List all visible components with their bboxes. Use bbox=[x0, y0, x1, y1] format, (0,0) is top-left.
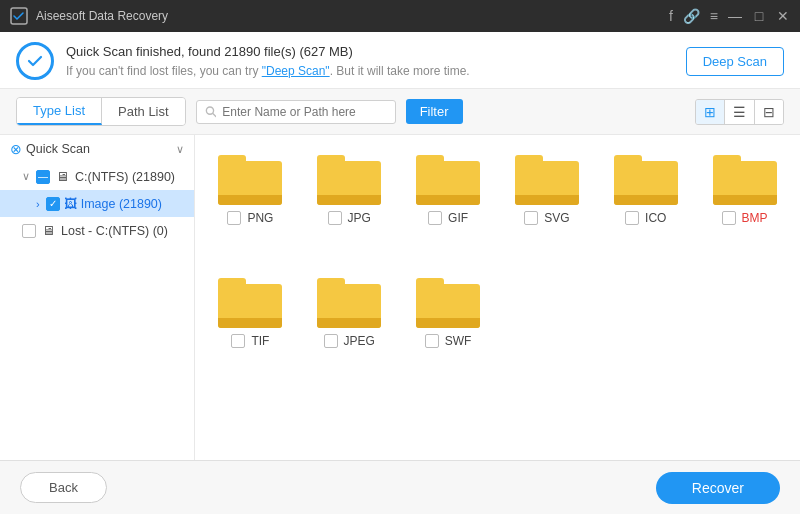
check-circle bbox=[16, 42, 54, 80]
lost-checkbox[interactable] bbox=[22, 224, 36, 238]
c-drive-checkbox[interactable]: — bbox=[36, 170, 50, 184]
tab-type-list[interactable]: Type List bbox=[17, 98, 102, 125]
file-label: BMP bbox=[742, 211, 768, 225]
tab-path-list[interactable]: Path List bbox=[102, 98, 185, 125]
folder-icon bbox=[614, 151, 678, 205]
sidebar: ⊗ Quick Scan ∨ ∨ — 🖥 C:(NTFS) (21890) › … bbox=[0, 135, 195, 460]
file-checkbox-row: BMP bbox=[722, 211, 768, 225]
folder-icon bbox=[317, 274, 381, 328]
folder-icon bbox=[218, 274, 282, 328]
file-checkbox[interactable] bbox=[328, 211, 342, 225]
c-drive-label: C:(NTFS) (21890) bbox=[75, 170, 175, 184]
file-item-jpeg[interactable]: JPEG bbox=[304, 274, 395, 389]
file-label: TIF bbox=[251, 334, 269, 348]
app-icon bbox=[10, 7, 28, 25]
status-text: Quick Scan finished, found 21890 file(s)… bbox=[66, 42, 470, 80]
file-checkbox[interactable] bbox=[425, 334, 439, 348]
file-checkbox-row: JPEG bbox=[324, 334, 375, 348]
sidebar-item-c-drive[interactable]: ∨ — 🖥 C:(NTFS) (21890) bbox=[0, 163, 194, 190]
file-item-png[interactable]: PNG bbox=[205, 151, 296, 266]
close-button[interactable]: ✕ bbox=[776, 9, 790, 23]
list-view-button[interactable]: ☰ bbox=[725, 100, 755, 124]
file-checkbox[interactable] bbox=[722, 211, 736, 225]
file-checkbox-row: PNG bbox=[227, 211, 273, 225]
svg-point-1 bbox=[206, 107, 213, 114]
blocked-icon: ⊗ bbox=[10, 141, 22, 157]
image-checkbox[interactable]: ✓ bbox=[46, 197, 60, 211]
scan-result-title: Quick Scan finished, found 21890 file(s)… bbox=[66, 42, 470, 62]
bottom-bar: Back Recover bbox=[0, 460, 800, 514]
file-checkbox[interactable] bbox=[524, 211, 538, 225]
file-label: SVG bbox=[544, 211, 569, 225]
search-icon bbox=[205, 105, 217, 118]
app-title: Aiseesoft Data Recovery bbox=[36, 9, 669, 23]
recover-button[interactable]: Recover bbox=[656, 472, 780, 504]
quick-scan-label: Quick Scan bbox=[26, 142, 172, 156]
facebook-icon[interactable]: f bbox=[669, 8, 673, 24]
search-input[interactable] bbox=[222, 105, 386, 119]
file-label: JPEG bbox=[344, 334, 375, 348]
tab-group: Type List Path List bbox=[16, 97, 186, 126]
search-box bbox=[196, 100, 396, 124]
svg-line-2 bbox=[213, 114, 216, 117]
grid-view-button[interactable]: ⊞ bbox=[696, 100, 725, 124]
file-checkbox[interactable] bbox=[231, 334, 245, 348]
file-checkbox-row: SWF bbox=[425, 334, 472, 348]
folder-icon bbox=[515, 151, 579, 205]
menu-icon[interactable]: ≡ bbox=[710, 8, 718, 24]
titlebar-actions: f 🔗 ≡ — □ ✕ bbox=[669, 8, 790, 24]
file-grid: PNG JPG GIF SVG bbox=[195, 135, 800, 460]
sidebar-item-lost[interactable]: 🖥 Lost - C:(NTFS) (0) bbox=[0, 217, 194, 244]
toolbar-row: Type List Path List Filter ⊞ ☰ ⊟ bbox=[0, 89, 800, 135]
file-item-tif[interactable]: TIF bbox=[205, 274, 296, 389]
file-label: SWF bbox=[445, 334, 472, 348]
drive-icon: 🖥 bbox=[56, 169, 69, 184]
file-item-ico[interactable]: ICO bbox=[600, 151, 691, 266]
image-label: Image (21890) bbox=[81, 197, 162, 211]
file-checkbox-row: JPG bbox=[328, 211, 371, 225]
caret-down-icon: ∨ bbox=[22, 170, 30, 183]
image-type-icon: 🖼 bbox=[64, 196, 77, 211]
folder-icon bbox=[218, 151, 282, 205]
back-button[interactable]: Back bbox=[20, 472, 107, 503]
caret-right-icon: › bbox=[36, 198, 40, 210]
scan-hint: If you can't find lost files, you can tr… bbox=[66, 62, 470, 80]
sidebar-item-quick-scan[interactable]: ⊗ Quick Scan ∨ bbox=[0, 135, 194, 163]
file-label: ICO bbox=[645, 211, 666, 225]
folder-icon bbox=[317, 151, 381, 205]
folder-icon bbox=[416, 274, 480, 328]
minimize-button[interactable]: — bbox=[728, 9, 742, 23]
folder-icon bbox=[713, 151, 777, 205]
deep-scan-button[interactable]: Deep Scan bbox=[686, 47, 784, 76]
file-checkbox-row: SVG bbox=[524, 211, 569, 225]
file-label: JPG bbox=[348, 211, 371, 225]
hint-prefix: If you can't find lost files, you can tr… bbox=[66, 64, 262, 78]
lost-label: Lost - C:(NTFS) (0) bbox=[61, 224, 168, 238]
file-checkbox-row: TIF bbox=[231, 334, 269, 348]
file-item-jpg[interactable]: JPG bbox=[304, 151, 395, 266]
content-area: ⊗ Quick Scan ∨ ∨ — 🖥 C:(NTFS) (21890) › … bbox=[0, 135, 800, 460]
file-checkbox[interactable] bbox=[428, 211, 442, 225]
file-checkbox[interactable] bbox=[227, 211, 241, 225]
file-item-bmp[interactable]: BMP bbox=[699, 151, 790, 266]
deep-scan-link[interactable]: "Deep Scan" bbox=[262, 64, 330, 78]
file-checkbox[interactable] bbox=[625, 211, 639, 225]
file-label: PNG bbox=[247, 211, 273, 225]
social-icon[interactable]: 🔗 bbox=[683, 8, 700, 24]
sidebar-item-image[interactable]: › ✓ 🖼 Image (21890) bbox=[0, 190, 194, 217]
maximize-button[interactable]: □ bbox=[752, 9, 766, 23]
filter-button[interactable]: Filter bbox=[406, 99, 463, 124]
lost-drive-icon: 🖥 bbox=[42, 223, 55, 238]
status-bar: Quick Scan finished, found 21890 file(s)… bbox=[0, 32, 800, 89]
file-checkbox[interactable] bbox=[324, 334, 338, 348]
hint-suffix: . But it will take more time. bbox=[330, 64, 470, 78]
view-toggle: ⊞ ☰ ⊟ bbox=[695, 99, 784, 125]
status-left: Quick Scan finished, found 21890 file(s)… bbox=[16, 42, 470, 80]
detail-view-button[interactable]: ⊟ bbox=[755, 100, 783, 124]
file-checkbox-row: ICO bbox=[625, 211, 666, 225]
expand-arrow: ∨ bbox=[176, 143, 184, 156]
titlebar: Aiseesoft Data Recovery f 🔗 ≡ — □ ✕ bbox=[0, 0, 800, 32]
file-item-svg[interactable]: SVG bbox=[502, 151, 593, 266]
file-item-gif[interactable]: GIF bbox=[403, 151, 494, 266]
file-item-swf[interactable]: SWF bbox=[403, 274, 494, 389]
